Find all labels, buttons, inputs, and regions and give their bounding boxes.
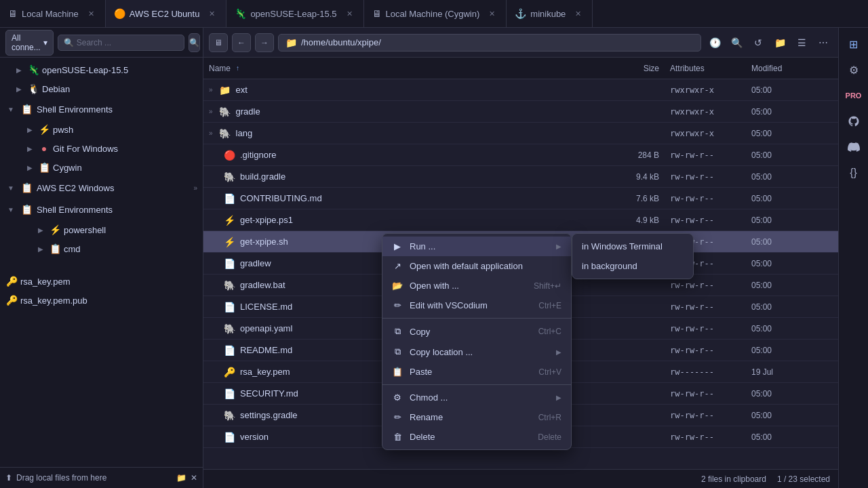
sidebar-item-label: AWS EC2 Windows: [37, 183, 114, 193]
ctx-item-paste[interactable]: 📋 Paste Ctrl+V: [382, 362, 571, 382]
search-box[interactable]: 🔍: [58, 35, 184, 51]
ctx-item-copy[interactable]: ⧉ Copy Ctrl+C: [382, 321, 571, 342]
file-name: openapi.yaml: [240, 323, 292, 333]
right-icon-code[interactable]: {}: [843, 162, 865, 184]
sidebar-item-pwsh[interactable]: ▶ ⚡ pwsh: [0, 120, 203, 139]
tab-minikube[interactable]: ⚓ minikube ✕: [507, 0, 593, 27]
sidebar-item-git-windows[interactable]: ▶ ● Git For Windows: [0, 139, 203, 158]
ctx-item-delete[interactable]: 🗑 Delete Delete: [382, 427, 571, 447]
file-icon: 🔴: [222, 150, 236, 161]
col-mod-header[interactable]: Modified: [751, 64, 833, 73]
sidebar-item-cmd[interactable]: ▶ 📋 cmd: [0, 239, 203, 258]
sidebar-item-debian[interactable]: ▶ 🐧 Debian: [0, 79, 203, 98]
sidebar-item-shell-env-2[interactable]: ▼ 📋 Shell Environments: [0, 199, 203, 220]
file-size: 284 B: [602, 150, 670, 160]
search-input[interactable]: [77, 38, 178, 47]
ctx-item-open-default[interactable]: ↗ Open with default application: [382, 256, 571, 276]
ctx-label-copy-location: Copy location ...: [410, 347, 549, 357]
tab-close-aws[interactable]: ✕: [206, 8, 218, 20]
file-name-col: » 📁 ext: [209, 85, 602, 96]
file-list-header: Name ↑ Size Attributes Modified: [203, 58, 838, 79]
tab-close-local[interactable]: ✕: [85, 8, 97, 20]
file-name: README.md: [240, 345, 292, 355]
search-submit-icon: 🔍: [189, 38, 199, 47]
right-icon-discord[interactable]: [843, 136, 865, 158]
table-row[interactable]: » 🐘 lang rwxrwxr-x 05:00: [203, 123, 838, 144]
ctx-label-run: Run ...: [410, 241, 549, 251]
ctx-item-chmod[interactable]: ⚙ Chmod ... ▶: [382, 388, 571, 407]
sidebar-item-rsa-pem[interactable]: 🔑 rsa_key.pem: [0, 272, 203, 291]
sidebar-item-label: Debian: [42, 84, 70, 94]
table-row[interactable]: » 🐘 gradle rwxrwxr-x 05:00: [203, 101, 838, 123]
search-files-button[interactable]: 🔍: [727, 33, 746, 52]
file-icon: 🐘: [222, 410, 236, 421]
back-button[interactable]: ←: [232, 33, 251, 52]
sidebar-item-opensuse[interactable]: ▶ 🦎 openSUSE-Leap-15.5: [0, 60, 203, 79]
file-attr: rw-rw-r--: [670, 346, 751, 355]
table-row[interactable]: » 📁 ext rwxrwxr-x 05:00: [203, 79, 838, 101]
tab-label-minikube: minikube: [530, 9, 566, 19]
tab-close-minikube[interactable]: ✕: [572, 8, 584, 20]
ctx-item-copy-location[interactable]: ⧉ Copy location ... ▶: [382, 342, 571, 362]
file-mod: 05:00: [751, 237, 833, 247]
search-button[interactable]: 🔍: [189, 33, 200, 52]
table-row[interactable]: 🔴 .gitignore 284 B rw-rw-r-- 05:00: [203, 144, 838, 166]
tab-local-cygwin[interactable]: 🖥 Local Machine (Cygwin) ✕: [364, 0, 507, 27]
table-row[interactable]: ⚡ get-xpipe.ps1 4.9 kB rw-rw-r-- 05:00: [203, 209, 838, 231]
debian-icon: 🐧: [27, 83, 39, 94]
file-icon: 📄: [222, 388, 236, 399]
file-mod: 05:00: [751, 411, 833, 420]
ctx-item-run[interactable]: ▶ Run ... ▶: [382, 237, 571, 256]
file-icon: 📁: [218, 85, 232, 96]
sidebar-item-rsa-pub[interactable]: 🔑 rsa_key.pem.pub: [0, 291, 203, 310]
path-bar[interactable]: 📁 /home/ubuntu/xpipe/: [278, 34, 701, 52]
tab-local-machine[interactable]: 🖥 Local Machine ✕: [0, 0, 106, 27]
copy-location-icon: ⧉: [392, 346, 403, 357]
file-toolbar: 🖥 ← → 📁 /home/ubuntu/xpipe/ 🕐 🔍 ↺ 📁 ☰ ⋯: [203, 28, 838, 58]
view-toggle-button[interactable]: ☰: [792, 33, 811, 52]
col-size-header[interactable]: Size: [602, 64, 670, 73]
sidebar-item-powershell[interactable]: ▶ ⚡ powershell: [0, 220, 203, 239]
folder-icon: 📁: [176, 473, 186, 483]
col-attr-label: Attributes: [670, 64, 705, 73]
right-icon-grid[interactable]: ⊞: [843, 33, 865, 55]
sidebar-item-aws-ec2[interactable]: ▼ 📋 AWS EC2 Windows »: [0, 177, 203, 199]
col-attr-header[interactable]: Attributes: [670, 64, 751, 73]
tab-icon-minikube: ⚓: [515, 8, 526, 19]
history-button[interactable]: 🕐: [705, 33, 724, 52]
tab-opensuse[interactable]: 🦎 openSUSE-Leap-15.5 ✕: [226, 0, 363, 27]
tab-close-opensuse[interactable]: ✕: [344, 8, 355, 20]
right-icon-github[interactable]: [843, 110, 865, 132]
right-sidebar: ⊞ ⚙ PRO {}: [838, 28, 868, 488]
tab-close-localcygwin[interactable]: ✕: [486, 8, 498, 20]
sidebar-drag-area[interactable]: ⬆ Drag local files from here 📁 ✕: [0, 467, 203, 488]
sidebar-item-shell-env-1[interactable]: ▼ 📋 Shell Environments: [0, 98, 203, 120]
sub-item-bg[interactable]: in background: [572, 256, 693, 276]
table-row[interactable]: 📄 CONTRIBUTING.md 7.6 kB rw-rw-r-- 05:00: [203, 188, 838, 209]
sidebar-item-cygwin[interactable]: ▶ 📋 Cygwin: [0, 158, 203, 177]
more-options-button[interactable]: ⋯: [814, 33, 833, 52]
tab-aws[interactable]: 🟠 AWS EC2 Ubuntu ✕: [106, 0, 227, 27]
right-icon-pro[interactable]: PRO: [843, 85, 865, 106]
col-name-header[interactable]: Name ↑: [209, 64, 602, 73]
file-name: SECURITY.md: [240, 388, 298, 399]
file-icon: 🐘: [222, 323, 236, 334]
right-icon-settings[interactable]: ⚙: [843, 59, 865, 81]
ctx-item-open-with[interactable]: 📂 Open with ... Shift+↵: [382, 276, 571, 296]
sub-item-wt[interactable]: in Windows Terminal: [572, 237, 693, 256]
ctx-item-rename[interactable]: ✏ Rename Ctrl+R: [382, 407, 571, 427]
monitor-button[interactable]: 🖥: [209, 33, 228, 52]
ctx-item-edit-vscode[interactable]: ✏ Edit with VSCodium Ctrl+E: [382, 296, 571, 315]
forward-button[interactable]: →: [255, 33, 274, 52]
tab-label-localcygwin: Local Machine (Cygwin): [386, 9, 480, 19]
expand-icon: ▶: [14, 66, 24, 74]
refresh-button[interactable]: ↺: [749, 33, 768, 52]
sort-icon: ↑: [236, 64, 239, 72]
new-folder-button[interactable]: 📁: [770, 33, 789, 52]
file-size: 9.4 kB: [602, 172, 670, 182]
connection-dropdown[interactable]: All conne... ▾: [5, 30, 54, 56]
table-row[interactable]: 🐘 build.gradle 9.4 kB rw-rw-r-- 05:00: [203, 166, 838, 188]
sidebar-item-label: cmd: [64, 244, 81, 254]
file-icon: ⚡: [222, 215, 236, 226]
close-icon[interactable]: ✕: [191, 473, 197, 483]
